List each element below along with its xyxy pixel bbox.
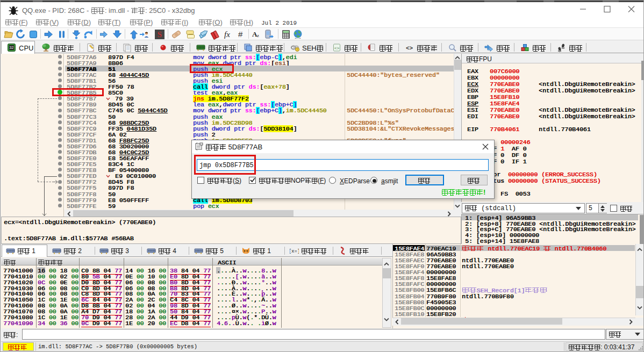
svg-text:<>: <> bbox=[334, 46, 340, 51]
svg-text:32: 32 bbox=[10, 46, 14, 49]
svg-text:S: S bbox=[158, 30, 162, 39]
svg-text:[x=]: [x=] bbox=[290, 249, 299, 254]
svg-text:z: z bbox=[257, 33, 259, 38]
svg-text:<>: <> bbox=[406, 45, 413, 52]
svg-text:fx: fx bbox=[224, 30, 230, 39]
svg-text:#: # bbox=[238, 30, 243, 39]
